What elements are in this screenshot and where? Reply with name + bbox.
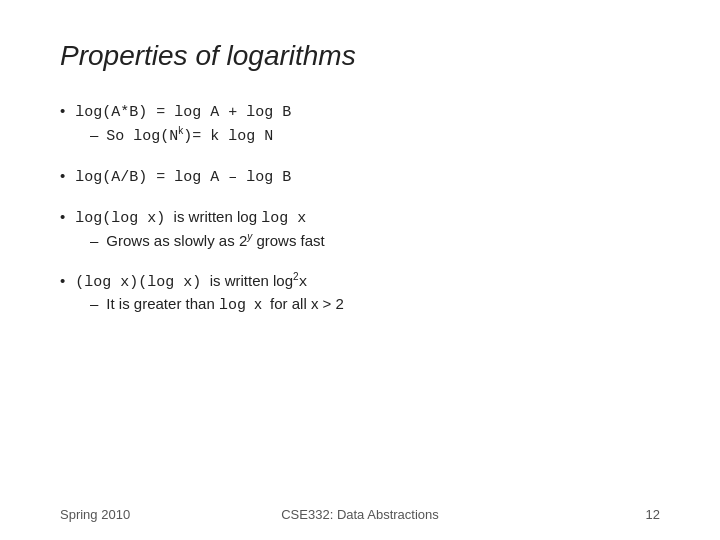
sub-text-4: It is greater than log x for all x > 2 (106, 295, 344, 314)
sub-item-1: – So log(Nk)= k log N (90, 125, 660, 145)
bullet-dot-2: • (60, 167, 65, 184)
bullet-dot-4: • (60, 272, 65, 289)
sub-text-1: So log(Nk)= k log N (106, 125, 273, 145)
bullet-row-1: • log(A*B) = log A + log B (60, 102, 660, 121)
bullet-row-2: • log(A/B) = log A – log B (60, 167, 660, 186)
slide: Properties of logarithms • log(A*B) = lo… (0, 0, 720, 540)
bullet-item-1: • log(A*B) = log A + log B – So log(Nk)=… (60, 102, 660, 145)
sub-dash-4: – (90, 295, 98, 312)
sub-item-4: – It is greater than log x for all x > 2 (90, 295, 660, 314)
bullet-item-2: • log(A/B) = log A – log B (60, 167, 660, 186)
bullet-text-3: log(log x) is written log log x (75, 208, 306, 227)
slide-title: Properties of logarithms (60, 40, 660, 72)
footer-left: Spring 2010 (60, 507, 130, 522)
bullet-text-4: (log x)(log x) is written log2x (75, 271, 307, 291)
footer-right: 12 (646, 507, 660, 522)
bullet-dot-3: • (60, 208, 65, 225)
bullet-text-1: log(A*B) = log A + log B (75, 104, 291, 121)
content-area: • log(A*B) = log A + log B – So log(Nk)=… (60, 102, 660, 314)
superscript-y: y (247, 231, 252, 242)
bullet-row-4: • (log x)(log x) is written log2x (60, 271, 660, 291)
bullet-text-2: log(A/B) = log A – log B (75, 169, 291, 186)
sub-dash-1: – (90, 126, 98, 143)
bullet-item-3: • log(log x) is written log log x – Grow… (60, 208, 660, 249)
bullet-row-3: • log(log x) is written log log x (60, 208, 660, 227)
bullet-dot-1: • (60, 102, 65, 119)
footer-center: CSE332: Data Abstractions (281, 507, 439, 522)
bullet-item-4: • (log x)(log x) is written log2x – It i… (60, 271, 660, 314)
sub-text-3: Grows as slowly as 2y grows fast (106, 231, 324, 249)
sub-item-3: – Grows as slowly as 2y grows fast (90, 231, 660, 249)
sub-dash-3: – (90, 232, 98, 249)
